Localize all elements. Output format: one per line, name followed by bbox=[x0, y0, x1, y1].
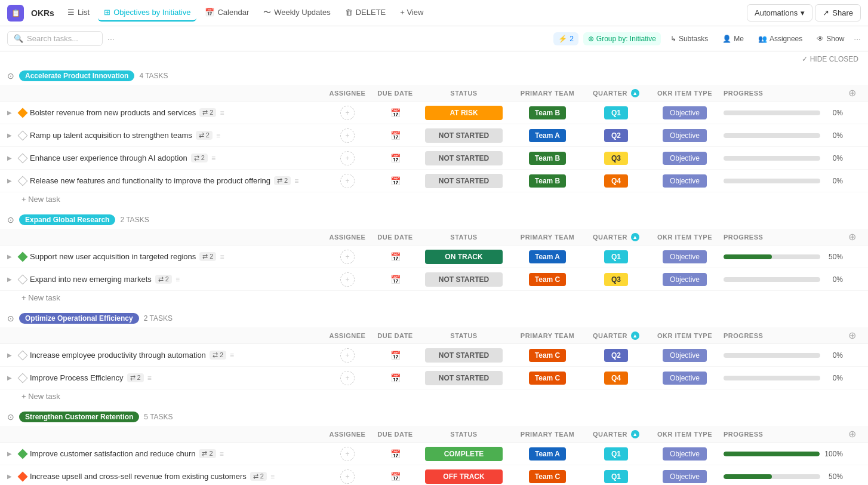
tab-delete[interactable]: 🗑 DELETE bbox=[339, 4, 392, 22]
expand-arrow[interactable]: ▶ bbox=[7, 276, 16, 283]
menu-icon[interactable]: ≡ bbox=[147, 374, 152, 382]
menu-icon[interactable]: ≡ bbox=[294, 177, 298, 185]
share-button[interactable]: ↗ Share bbox=[815, 4, 861, 22]
avatar[interactable]: + bbox=[340, 151, 355, 165]
status-badge[interactable]: NOT STARTED bbox=[425, 151, 503, 165]
calendar-icon[interactable]: 📅 bbox=[390, 131, 401, 140]
expand-arrow[interactable]: ▶ bbox=[7, 450, 16, 457]
new-task-button[interactable]: + New task bbox=[0, 192, 868, 208]
status-cell[interactable]: AT RISK bbox=[419, 106, 509, 120]
status-cell[interactable]: NOT STARTED bbox=[419, 371, 509, 385]
expand-arrow[interactable]: ▶ bbox=[7, 253, 16, 260]
group-toggle-icon[interactable]: ⊙ bbox=[7, 71, 14, 81]
menu-icon[interactable]: ≡ bbox=[220, 109, 224, 117]
relation-badge[interactable]: ⇄ 2 bbox=[274, 176, 291, 185]
menu-icon[interactable]: ≡ bbox=[216, 131, 220, 140]
me-button[interactable]: 👤 Me bbox=[718, 32, 749, 45]
add-col[interactable]: ⊕ bbox=[843, 330, 861, 341]
relation-badge[interactable]: ⇄ 2 bbox=[199, 108, 216, 117]
subtasks-button[interactable]: ↳ Subtasks bbox=[666, 32, 713, 45]
calendar-icon[interactable]: 📅 bbox=[390, 176, 401, 186]
relation-badge[interactable]: ⇄ 2 bbox=[199, 449, 216, 458]
avatar[interactable]: + bbox=[340, 447, 355, 461]
group-header-expand-global-research[interactable]: ⊙ Expand Global Research 2 TASKS bbox=[0, 211, 868, 229]
group-header-optimize-operational-efficiency[interactable]: ⊙ Optimize Operational Efficiency 2 TASK… bbox=[0, 309, 868, 327]
avatar[interactable]: + bbox=[340, 250, 355, 264]
status-cell[interactable]: ON TRACK bbox=[419, 250, 509, 264]
avatar[interactable]: + bbox=[340, 128, 355, 143]
tab-calendar[interactable]: 📅 Calendar bbox=[199, 4, 255, 22]
status-badge[interactable]: OFF TRACK bbox=[425, 469, 503, 484]
group-header-accelerate-product-innovation[interactable]: ⊙ Accelerate Product Innovation 4 TASKS bbox=[0, 67, 868, 85]
relation-badge[interactable]: ⇄ 2 bbox=[199, 252, 216, 261]
more-options-icon[interactable]: ··· bbox=[107, 34, 115, 44]
status-cell[interactable]: OFF TRACK bbox=[419, 469, 509, 484]
status-badge[interactable]: NOT STARTED bbox=[425, 272, 503, 287]
relation-badge[interactable]: ⇄ 2 bbox=[210, 351, 226, 360]
status-cell[interactable]: NOT STARTED bbox=[419, 272, 509, 287]
status-cell[interactable]: NOT STARTED bbox=[419, 128, 509, 143]
status-badge[interactable]: NOT STARTED bbox=[425, 371, 503, 385]
expand-arrow[interactable]: ▶ bbox=[7, 109, 16, 116]
tab-view[interactable]: + View bbox=[394, 4, 429, 22]
tab-objectives-by-initiative[interactable]: ⊞ Objectives by Initiative bbox=[98, 4, 196, 22]
avatar[interactable]: + bbox=[340, 272, 355, 287]
calendar-icon[interactable]: 📅 bbox=[390, 351, 401, 360]
status-cell[interactable]: NOT STARTED bbox=[419, 151, 509, 165]
avatar[interactable]: + bbox=[340, 371, 355, 385]
relation-badge[interactable]: ⇄ 2 bbox=[250, 472, 267, 481]
status-badge[interactable]: AT RISK bbox=[425, 106, 503, 120]
search-box[interactable]: 🔍 Search tasks... bbox=[7, 31, 103, 46]
calendar-icon[interactable]: 📅 bbox=[390, 154, 401, 163]
status-badge[interactable]: NOT STARTED bbox=[425, 348, 503, 363]
menu-icon[interactable]: ≡ bbox=[230, 351, 234, 360]
relation-badge[interactable]: ⇄ 2 bbox=[191, 154, 208, 162]
group-toggle-icon[interactable]: ⊙ bbox=[7, 314, 14, 323]
tab-weekly-updates[interactable]: 〜 Weekly Updates bbox=[257, 4, 336, 23]
add-col[interactable]: ⊕ bbox=[843, 428, 861, 440]
tab-list[interactable]: ☰ List bbox=[61, 4, 96, 22]
calendar-icon[interactable]: 📅 bbox=[390, 275, 401, 284]
expand-arrow[interactable]: ▶ bbox=[7, 473, 16, 480]
status-cell[interactable]: COMPLETE bbox=[419, 447, 509, 461]
avatar[interactable]: + bbox=[340, 174, 355, 188]
expand-arrow[interactable]: ▶ bbox=[7, 155, 16, 161]
assignees-button[interactable]: 👥 Assignees bbox=[753, 32, 807, 45]
status-badge[interactable]: ON TRACK bbox=[425, 250, 503, 264]
expand-arrow[interactable]: ▶ bbox=[7, 352, 16, 358]
relation-badge[interactable]: ⇄ 2 bbox=[196, 131, 213, 140]
avatar[interactable]: + bbox=[340, 469, 355, 484]
group-toggle-icon[interactable]: ⊙ bbox=[7, 215, 14, 225]
menu-icon[interactable]: ≡ bbox=[176, 275, 180, 284]
hide-closed-bar[interactable]: ✓ HIDE CLOSED bbox=[0, 51, 868, 67]
status-badge[interactable]: NOT STARTED bbox=[425, 128, 503, 143]
calendar-icon[interactable]: 📅 bbox=[390, 449, 401, 459]
status-badge[interactable]: COMPLETE bbox=[425, 447, 503, 461]
group-toggle-icon[interactable]: ⊙ bbox=[7, 412, 14, 422]
menu-icon[interactable]: ≡ bbox=[220, 253, 224, 261]
expand-arrow[interactable]: ▶ bbox=[7, 177, 16, 184]
menu-icon[interactable]: ≡ bbox=[220, 450, 224, 458]
status-badge[interactable]: NOT STARTED bbox=[425, 174, 503, 188]
new-task-button[interactable]: + New task bbox=[0, 291, 868, 307]
automations-button[interactable]: Automations ▾ bbox=[747, 4, 812, 22]
relation-badge[interactable]: ⇄ 2 bbox=[127, 373, 144, 382]
menu-icon[interactable]: ≡ bbox=[270, 472, 275, 481]
avatar[interactable]: + bbox=[340, 106, 355, 120]
relation-badge[interactable]: ⇄ 2 bbox=[155, 275, 172, 284]
expand-arrow[interactable]: ▶ bbox=[7, 132, 16, 139]
calendar-icon[interactable]: 📅 bbox=[390, 108, 401, 118]
calendar-icon[interactable]: 📅 bbox=[390, 252, 401, 262]
avatar[interactable]: + bbox=[340, 348, 355, 363]
status-cell[interactable]: NOT STARTED bbox=[419, 174, 509, 188]
add-col[interactable]: ⊕ bbox=[843, 231, 861, 242]
new-task-button[interactable]: + New task bbox=[0, 389, 868, 406]
add-col[interactable]: ⊕ bbox=[843, 87, 861, 99]
group-by-button[interactable]: ⊕ Group by: Initiative bbox=[583, 32, 661, 45]
calendar-icon[interactable]: 📅 bbox=[390, 472, 401, 481]
status-cell[interactable]: NOT STARTED bbox=[419, 348, 509, 363]
menu-icon[interactable]: ≡ bbox=[211, 154, 216, 162]
expand-arrow[interactable]: ▶ bbox=[7, 375, 16, 381]
calendar-icon[interactable]: 📅 bbox=[390, 373, 401, 383]
toolbar-more-icon[interactable]: ··· bbox=[854, 34, 861, 44]
